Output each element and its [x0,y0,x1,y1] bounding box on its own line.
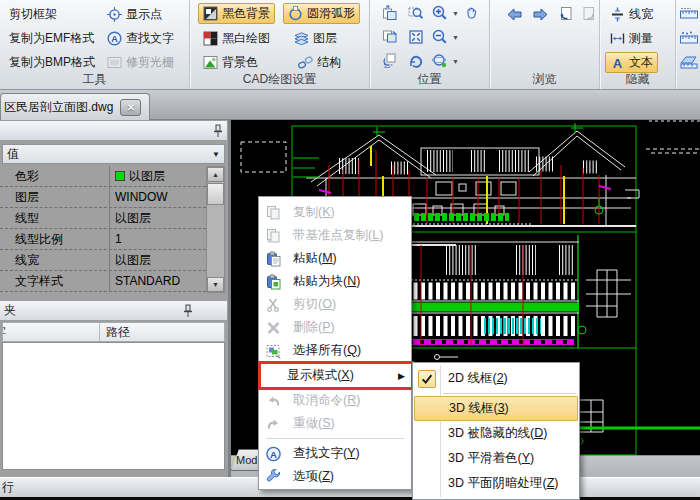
rotate-view-button[interactable]: 35° [380,51,400,71]
fit-to-window-button[interactable] [406,27,426,47]
bw-drawing-button[interactable]: 黑白绘图 [198,28,275,49]
property-row[interactable]: 文字样式STANDARD [0,271,206,292]
area-icon[interactable] [679,52,699,72]
view-next-button[interactable] [579,4,599,24]
refresh-view-button[interactable] [406,51,426,71]
selection-marquee [241,121,700,172]
orbit-3d-button[interactable] [430,51,450,71]
menu-item-display-mode[interactable]: 显示模式(X)▶ [260,362,410,389]
submenu-item-3d-smooth-shading[interactable]: 3D 平滑着色(Y) [414,446,578,471]
menu-item-paste[interactable]: 粘贴(M) [260,247,410,270]
submenu-item-3d-wireframe[interactable]: 3D 线框(3) [414,396,578,421]
view-previous-button[interactable] [556,4,576,24]
pin-icon[interactable] [183,304,193,318]
nav-forward-button[interactable] [530,4,550,24]
properties-panel-header [0,120,228,141]
property-value: 以图层 [110,210,151,227]
move-view-button[interactable] [380,3,400,23]
zoom-in-button[interactable] [430,3,450,23]
show-points-button[interactable]: 显示点 [102,4,167,25]
folders-list[interactable] [2,342,225,470]
menu-item-label: 删除(P) [293,319,335,336]
nav-back-button[interactable] [504,4,524,24]
menu-item-label: 选项(Z) [293,468,334,485]
property-row[interactable]: 线型比例1 [0,229,206,250]
background-color-button[interactable]: 背景色 [198,52,263,73]
menu-item-cancel-command[interactable]: 取消命令(R) [260,389,410,412]
zoom-out-button[interactable] [430,27,450,47]
pin-icon[interactable] [213,124,223,138]
show-points-icon [107,7,122,22]
properties-scrollbar[interactable]: ▲ ▼ [206,166,225,293]
structure-button[interactable]: 结构 [293,52,346,73]
measure-label: 测量 [629,30,653,47]
menu-item-copy-with-basepoint[interactable]: 带基准点复制(L) [260,224,410,247]
black-background-label: 黑色背景 [222,5,270,22]
line-width-button[interactable]: 线宽 [605,4,658,25]
dropdown-value: 值 [7,146,19,163]
column-header-path[interactable]: 路径 [100,323,130,341]
zoom-window-button[interactable] [406,3,426,23]
copy-emf-button[interactable]: 复制为EMF格式 [4,28,99,49]
scroll-down-icon[interactable]: ▼ [207,277,224,292]
submenu-item-label: 3D 被隐藏的线(D) [442,425,547,442]
text-button[interactable]: A 文本 [605,52,658,73]
menu-item-delete[interactable]: 删除(P) [260,316,410,339]
cut-frame-button[interactable]: 剪切框架 [4,4,62,25]
menu-item-select-all[interactable]: 选择所有(Q) [260,339,410,362]
submenu-item-label: 3D 平面阴暗处理(Z) [442,475,558,492]
property-row[interactable]: 线型以图层 [0,208,206,229]
submenu-item-2d-wireframe[interactable]: 2D 线框(2) [414,366,578,391]
ribbon-group-hide: 线宽 测量 A 文本 隐藏 [600,0,676,89]
copy-view-button[interactable] [380,27,400,47]
menu-item-find-text[interactable]: A查找文字(Y) [260,442,410,465]
property-filter-dropdown[interactable]: 值 ▼ [2,144,225,164]
menu-item-paste-as-block[interactable]: 粘贴为块(N) [260,270,410,293]
zoom-in-dropdown-arrow[interactable]: ▼ [452,10,459,17]
copy-basepoint-icon [265,228,282,244]
zoom-out-dropdown-arrow[interactable]: ▼ [452,34,459,41]
bw-drawing-icon [203,31,218,46]
background-color-label: 背景色 [222,54,258,71]
tab-close-icon[interactable]: ✕ [120,99,141,116]
ruler-dots-icon[interactable] [679,28,699,48]
black-background-button[interactable]: 黑色背景 [198,3,275,24]
orbit-dropdown-arrow[interactable]: ▼ [452,58,459,65]
structure-label: 结构 [317,54,341,71]
trim-raster-button[interactable]: 修剪光栅 [102,52,179,73]
svg-text:A: A [111,34,118,44]
property-row[interactable]: 线宽以图层 [0,250,206,271]
property-row[interactable]: 色彩以图层 [0,166,206,187]
copy-bmp-button[interactable]: 复制为BMP格式 [4,52,100,73]
property-label: 文字样式 [0,271,110,291]
property-row[interactable]: 图层WINDOW [0,187,206,208]
group-label-position: 位置 [370,71,489,88]
column-header-name[interactable]: 字 [3,323,100,341]
wrench-icon [265,469,282,485]
menu-item-cut[interactable]: 剪切(O) [260,293,410,316]
layers-button[interactable]: 图层 [289,28,342,49]
pan-button[interactable] [462,3,482,23]
smooth-arc-button[interactable]: 圆滑弧形 [283,3,360,24]
document-tab[interactable]: 区民居剖立面图.dwg ✕ [0,93,150,120]
submenu-item-3d-flat-shading[interactable]: 3D 平面阴暗处理(Z) [414,471,578,496]
scrollbar-thumb[interactable] [207,183,224,205]
menu-item-copy[interactable]: 复制(K) [260,201,410,224]
find-text-button[interactable]: A 查找文字 [102,28,179,49]
find-text-icon: A [265,446,282,462]
undo-icon [265,393,282,409]
menu-item-label: 带基准点复制(L) [293,227,383,244]
menu-item-label: 复制(K) [293,204,335,221]
measure-button[interactable]: 测量 [605,28,658,49]
context-menu: 复制(K)带基准点复制(L)粘贴(M)粘贴为块(N)剪切(O)删除(P)选择所有… [258,196,412,490]
submenu-item-3d-hidden-lines[interactable]: 3D 被隐藏的线(D) [414,421,578,446]
ribbon-group-cad-settings: 黑色背景 圆滑弧形 黑白绘图 图层 背景色 结构 CAD绘图设置 [190,0,370,89]
ruler-icon[interactable] [679,4,699,24]
menu-item-redo[interactable]: 重做(S) [260,412,410,435]
bw-drawing-label: 黑白绘图 [222,30,270,47]
smooth-arc-icon [288,6,303,21]
scroll-up-icon[interactable]: ▲ [207,167,224,182]
copy-bmp-label: 复制为BMP格式 [9,54,95,71]
menu-item-options[interactable]: 选项(Z) [260,465,410,488]
paste-block-icon [265,274,282,290]
